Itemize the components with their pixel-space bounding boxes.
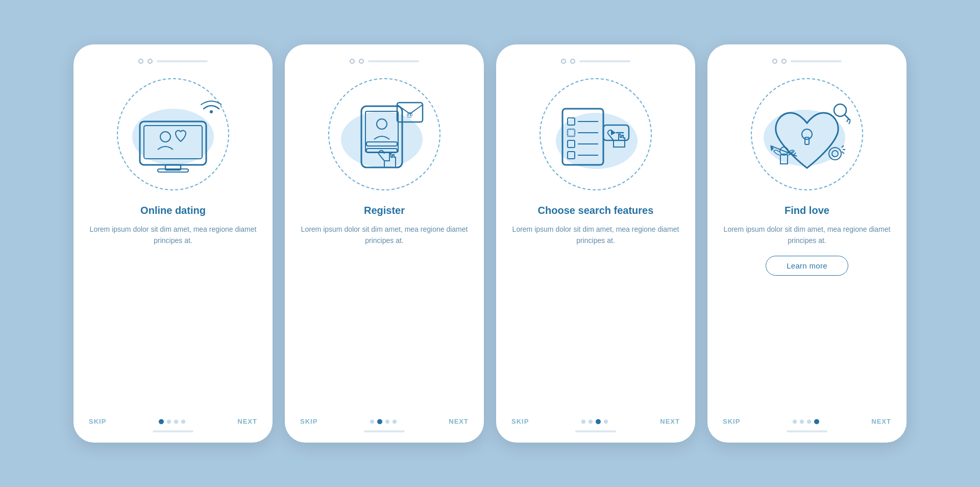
bottom-nav-4: SKIP NEXT xyxy=(723,412,891,427)
phone-top-bar xyxy=(89,59,257,64)
dot-4-4 xyxy=(814,419,819,424)
svg-rect-15 xyxy=(568,129,575,136)
svg-rect-14 xyxy=(568,118,575,125)
learn-more-button[interactable]: Learn more xyxy=(766,256,848,276)
dot-3-3 xyxy=(596,419,601,424)
phone-circle-8 xyxy=(781,59,787,64)
dot-1-1 xyxy=(159,419,164,424)
dots-4 xyxy=(793,419,819,424)
phone-card-search: Choose search features Lorem ipsum dolor… xyxy=(496,44,695,443)
card-desc-find-love: Lorem ipsum dolor sit dim amet, mea regi… xyxy=(723,224,891,247)
illustration-register: @ xyxy=(323,73,446,196)
phone-card-register: @ Register Lorem ipsum dolor sit dim ame… xyxy=(285,44,484,443)
svg-line-29 xyxy=(847,119,848,122)
phone-circle-6 xyxy=(570,59,575,64)
skip-button-2[interactable]: SKIP xyxy=(300,418,317,425)
bottom-line-4 xyxy=(787,430,827,432)
card-title-online-dating: Online dating xyxy=(140,205,206,216)
dot-3-4 xyxy=(604,420,608,424)
register-icon: @ xyxy=(336,93,433,175)
svg-point-37 xyxy=(832,151,838,157)
svg-rect-13 xyxy=(562,109,603,165)
skip-button-3[interactable]: SKIP xyxy=(511,418,529,425)
card-title-find-love: Find love xyxy=(785,205,829,216)
svg-point-5 xyxy=(210,110,213,113)
phone-circle-3 xyxy=(350,59,355,64)
svg-rect-16 xyxy=(568,140,575,148)
svg-point-36 xyxy=(829,148,841,160)
illustration-search xyxy=(534,73,657,196)
dots-2 xyxy=(370,419,397,424)
next-button-1[interactable]: NEXT xyxy=(237,418,257,425)
next-button-2[interactable]: NEXT xyxy=(449,418,469,425)
bottom-line-3 xyxy=(575,430,616,432)
skip-button-1[interactable]: SKIP xyxy=(89,418,106,425)
svg-line-35 xyxy=(794,153,796,155)
phone-card-online-dating: Online dating Lorem ipsum dolor sit dim … xyxy=(74,44,273,443)
card-title-search: Choose search features xyxy=(538,205,654,216)
svg-rect-26 xyxy=(805,137,809,144)
svg-rect-9 xyxy=(366,142,397,146)
dot-1-3 xyxy=(174,420,178,424)
phone-circle-4 xyxy=(359,59,364,64)
phone-top-bar-3 xyxy=(511,59,680,64)
bottom-nav-1: SKIP NEXT xyxy=(89,412,257,427)
dot-2-3 xyxy=(385,420,389,424)
phone-line-3 xyxy=(579,60,630,62)
dot-1-2 xyxy=(167,420,171,424)
card-desc-search: Lorem ipsum dolor sit dim amet, mea regi… xyxy=(511,224,680,247)
dot-2-4 xyxy=(393,420,397,424)
dot-4-2 xyxy=(800,420,804,424)
illustration-online-dating xyxy=(112,73,234,196)
svg-line-38 xyxy=(842,145,844,148)
svg-point-4 xyxy=(160,132,170,142)
svg-rect-17 xyxy=(568,152,575,159)
phone-top-bar-2 xyxy=(300,59,469,64)
bottom-nav-2: SKIP NEXT xyxy=(300,412,469,427)
bottom-line-2 xyxy=(364,430,405,432)
next-button-4[interactable]: NEXT xyxy=(871,418,891,425)
svg-rect-1 xyxy=(144,126,202,159)
card-desc-online-dating: Lorem ipsum dolor sit dim amet, mea regi… xyxy=(89,224,257,247)
bottom-nav-3: SKIP NEXT xyxy=(511,412,680,427)
dot-4-3 xyxy=(807,420,811,424)
svg-point-8 xyxy=(377,119,387,129)
phone-line-2 xyxy=(368,60,419,62)
online-dating-icon xyxy=(125,93,222,175)
phones-container: Online dating Lorem ipsum dolor sit dim … xyxy=(53,24,927,463)
svg-text:@: @ xyxy=(406,111,413,118)
phone-card-find-love: Find love Lorem ipsum dolor sit dim amet… xyxy=(707,44,906,443)
dot-2-2 xyxy=(377,419,382,424)
phone-top-bar-4 xyxy=(723,59,891,64)
next-button-3[interactable]: NEXT xyxy=(660,418,680,425)
bottom-line-1 xyxy=(153,430,193,432)
svg-line-40 xyxy=(842,152,844,154)
phone-circle-7 xyxy=(772,59,777,64)
dots-1 xyxy=(159,419,185,424)
phone-circle-5 xyxy=(561,59,566,64)
dot-3-1 xyxy=(581,420,585,424)
dots-3 xyxy=(581,419,608,424)
dot-4-1 xyxy=(793,420,797,424)
illustration-find-love xyxy=(746,73,868,196)
phone-circle-1 xyxy=(138,59,143,64)
skip-button-4[interactable]: SKIP xyxy=(723,418,740,425)
dot-3-2 xyxy=(589,420,593,424)
card-desc-register: Lorem ipsum dolor sit dim amet, mea regi… xyxy=(300,224,469,247)
dot-1-4 xyxy=(181,420,185,424)
card-title-register: Register xyxy=(364,205,405,216)
phone-line xyxy=(157,60,208,62)
search-features-icon xyxy=(545,93,647,175)
phone-circle-2 xyxy=(148,59,153,64)
dot-2-1 xyxy=(370,420,374,424)
phone-line-4 xyxy=(791,60,842,62)
svg-line-28 xyxy=(844,114,850,120)
find-love-icon xyxy=(756,92,858,177)
svg-line-30 xyxy=(849,121,850,124)
